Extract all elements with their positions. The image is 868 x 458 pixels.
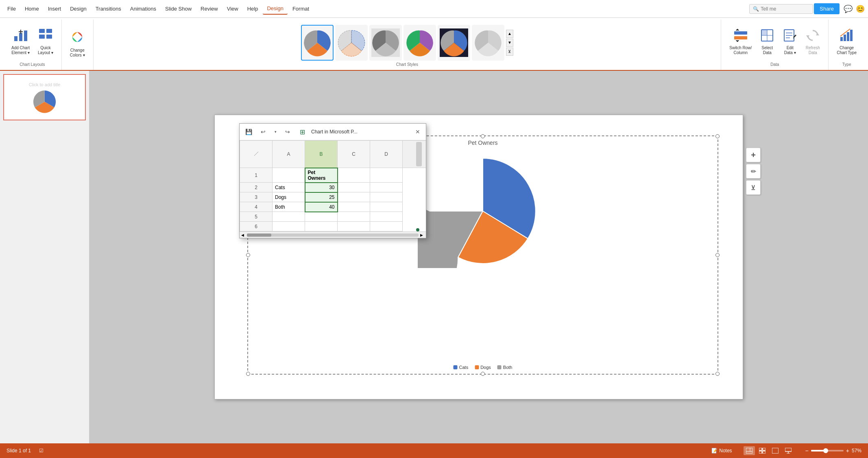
edit-data-icon [783,28,797,45]
menu-slideshow[interactable]: Slide Show [161,3,196,14]
chart-style-6[interactable] [472,25,504,61]
edit-data-button[interactable]: EditData ▾ [779,26,800,57]
cell-d5[interactable] [370,212,403,222]
chart-style-3[interactable] [369,25,402,61]
slide-canvas[interactable]: to add title Pet Owners [214,115,743,399]
excel-undo-dropdown[interactable]: ▾ [272,126,279,137]
excel-close-btn[interactable]: ✕ [413,127,423,137]
menu-insert[interactable]: Insert [44,3,65,14]
menu-review[interactable]: Review [196,3,222,14]
row-3-header: 3 [240,192,273,202]
menu-transitions[interactable]: Transitions [92,3,125,14]
cell-c4[interactable] [338,202,370,212]
handle-bottom[interactable] [481,372,485,376]
menu-format[interactable]: Format [288,3,313,14]
quick-layout-button[interactable]: QuickLayout ▾ [35,26,57,57]
change-colors-button[interactable]: ChangeColors ▾ [67,29,88,59]
cell-b4[interactable]: 40 [305,202,338,212]
menu-animations[interactable]: Animations [126,3,160,14]
table-row: 3 Dogs 25 [240,192,426,202]
refresh-data-button[interactable]: RefreshData [802,26,823,57]
cell-d1[interactable] [370,168,403,183]
handle-bottom-right[interactable] [715,372,720,376]
scroll-left-btn[interactable]: ◀ [241,233,245,237]
share-button[interactable]: Share [814,3,840,14]
slide-sorter-btn[interactable] [757,446,768,455]
handle-top-right[interactable] [715,134,720,138]
accessibility-icon[interactable]: ☑ [39,448,44,454]
handle-left[interactable] [246,253,250,257]
svg-rect-39 [772,448,779,454]
cell-c5[interactable] [338,212,370,222]
scroll-right-btn[interactable]: ▶ [420,233,424,237]
cell-a5[interactable] [273,212,305,222]
excel-save-btn[interactable]: 💾 [243,126,254,137]
menu-design-active[interactable]: Design [263,3,287,15]
select-data-button[interactable]: SelectData [757,26,778,57]
cell-a6[interactable] [273,222,305,231]
reading-view-btn[interactable] [770,446,781,455]
add-chart-element-button[interactable]: Add ChartElement ▾ [8,26,33,57]
menu-design[interactable]: Design [66,3,90,14]
cell-c6[interactable] [338,222,370,231]
change-chart-type-button[interactable]: ChangeChart Type [833,26,860,57]
excel-redo-btn[interactable]: ↪ [282,126,293,137]
cell-c2[interactable] [338,183,370,192]
scroll-bar-vertical[interactable] [403,141,426,168]
search-input[interactable] [761,6,809,12]
zoom-slider[interactable] [811,450,844,451]
handle-top[interactable] [481,134,485,138]
add-chart-element-label: Add ChartElement ▾ [11,46,30,55]
cell-d4[interactable] [370,202,403,212]
menu-help[interactable]: Help [243,3,262,14]
excel-window: 💾 ↩ ▾ ↪ ⊞ Chart in Microsoft P... ✕ [239,123,426,238]
cell-d6[interactable] [370,222,403,231]
status-bar: Slide 1 of 1 ☑ 📝 Notes − + 57% [0,443,868,458]
cell-b1[interactable]: Pet Owners [305,168,338,183]
chart-add-element-btn[interactable]: + [746,148,761,162]
cell-a2[interactable]: Cats [273,183,305,192]
svg-rect-28 [847,32,849,41]
chart-filter-btn[interactable]: ⊻ [746,180,761,195]
gallery-more-arrow[interactable]: ⊻ [506,48,513,56]
gallery-down-arrow[interactable]: ▼ [506,39,513,47]
notes-button[interactable]: 📝 Notes [708,446,735,455]
cell-d2[interactable] [370,183,403,192]
cell-a3[interactable]: Dogs [273,192,305,202]
svg-rect-37 [759,451,762,454]
cell-b6[interactable] [305,222,338,231]
cell-b2[interactable]: 30 [305,183,338,192]
handle-bottom-left[interactable] [246,372,250,376]
presenter-view-btn[interactable] [783,446,794,455]
zoom-out-btn[interactable]: − [805,447,809,454]
emoji-icon[interactable]: 😊 [856,4,865,13]
horizontal-scrollbar[interactable]: ◀ ▶ [240,231,426,238]
cell-c3[interactable] [338,192,370,202]
menu-home[interactable]: Home [21,3,43,14]
gallery-up-arrow[interactable]: ▲ [506,30,513,38]
cell-c1[interactable] [338,168,370,183]
switch-row-column-button[interactable]: Switch Row/Column [726,26,755,57]
normal-view-btn[interactable] [744,446,755,455]
cell-a4[interactable]: Both [273,202,305,212]
change-chart-type-label: ChangeChart Type [837,46,857,55]
menu-file[interactable]: File [3,3,20,14]
menu-view[interactable]: View [223,3,242,14]
resize-handle[interactable] [416,228,419,231]
slide-thumbnail[interactable]: Click to add title [3,74,86,120]
chart-style-btn[interactable]: ✏ [746,164,761,179]
chart-style-2[interactable] [335,25,368,61]
handle-right[interactable] [715,253,720,257]
cell-d3[interactable] [370,192,403,202]
cell-b3[interactable]: 25 [305,192,338,202]
cell-a1[interactable] [273,168,305,183]
zoom-in-btn[interactable]: + [846,447,849,454]
cell-b5[interactable] [305,212,338,222]
switch-row-column-icon [733,28,748,45]
comment-icon[interactable]: 💬 [844,4,853,13]
chart-style-1[interactable] [301,25,334,61]
excel-undo-btn[interactable]: ↩ [257,126,269,137]
svg-text:Click to add title: Click to add title [29,82,61,87]
chart-style-5[interactable] [438,25,470,61]
chart-style-4[interactable] [403,25,436,61]
